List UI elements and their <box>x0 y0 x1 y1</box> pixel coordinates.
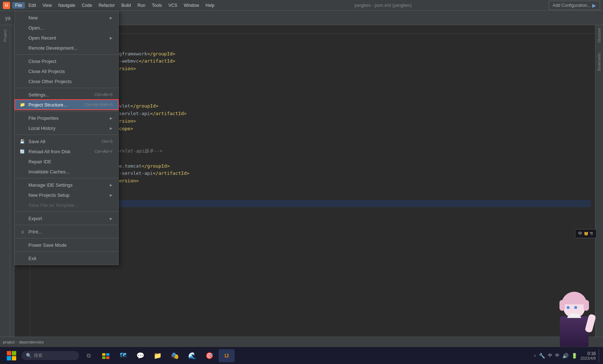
export-icon <box>19 215 26 222</box>
open-recent-icon <box>19 35 26 41</box>
menu-new-label: New <box>28 15 107 21</box>
menu-save-template: Save File as Template... <box>15 200 118 210</box>
right-sidebar: Structure Bookmarks <box>595 25 603 337</box>
menu-close-project[interactable]: Close Project <box>15 56 118 66</box>
svg-rect-3 <box>12 356 16 360</box>
menu-reload-label: Reload All from Disk <box>28 149 87 154</box>
ime-badge: 中 🐱 节 <box>575 229 597 238</box>
menu-close-all-projects[interactable]: Close All Projects <box>15 66 118 76</box>
reload-icon: 🔄 <box>19 148 26 155</box>
menu-refactor[interactable]: Refactor <box>96 2 118 9</box>
menu-close-project-label: Close Project <box>28 59 113 64</box>
menu-navigate[interactable]: Navigate <box>55 2 78 9</box>
svg-rect-0 <box>7 351 11 355</box>
breadcrumb-arrow-status: › <box>16 340 18 344</box>
menu-open-recent[interactable]: Open Recent ▶ <box>15 33 118 43</box>
app-icon: IJ <box>3 2 10 9</box>
menu-project-structure[interactable]: 📁 Project Structure... Ctrl+Alt+Shift+S <box>15 100 118 110</box>
divider-8 <box>15 238 118 238</box>
menu-repair[interactable]: Repair IDE <box>15 156 118 167</box>
menu-tools[interactable]: Tools <box>149 2 165 9</box>
ime-char: 中 <box>578 231 582 237</box>
menu-vcs[interactable]: VCS <box>166 2 180 9</box>
file-props-arrow-icon: ▶ <box>110 116 113 120</box>
menu-remote-dev[interactable]: Remote Development... <box>15 43 118 53</box>
status-bar: project › dependencies <box>0 337 603 347</box>
reload-shortcut: Ctrl+Alt+Y <box>95 149 113 154</box>
menu-export[interactable]: Export ▶ <box>15 213 118 223</box>
power-save-icon <box>19 242 26 248</box>
menu-file[interactable]: File <box>12 2 25 9</box>
export-arrow-icon: ▶ <box>110 217 113 220</box>
menu-local-history[interactable]: Local History ▶ <box>15 123 118 133</box>
menu-file-properties[interactable]: File Properties ▶ <box>15 113 118 123</box>
menu-view[interactable]: View <box>40 2 55 9</box>
menu-power-save[interactable]: Power Save Mode <box>15 240 118 250</box>
taskbar-up-arrow[interactable]: ∧ <box>534 354 536 358</box>
menu-code[interactable]: Code <box>79 2 95 9</box>
task-view-btn[interactable]: ⧉ <box>81 349 96 362</box>
taskbar-edge[interactable]: 🌊 <box>184 349 200 362</box>
menu-close-all-label: Close All Projects <box>28 69 113 74</box>
close-all-icon <box>19 68 26 74</box>
menu-local-history-label: Local History <box>28 126 107 131</box>
divider-3 <box>15 111 118 112</box>
taskbar-intellij[interactable]: IJ <box>219 349 235 362</box>
run-arrow-icon: ▶ <box>592 3 596 8</box>
structure-tab-vertical[interactable]: Structure <box>597 27 602 44</box>
taskbar-app7[interactable]: 🎯 <box>201 349 217 362</box>
taskbar-app5[interactable]: 🎭 <box>167 349 183 362</box>
project-tab-vertical[interactable]: Project <box>1 27 9 45</box>
taskbar-wechat[interactable]: 💬 <box>132 349 148 362</box>
taskbar-explorer[interactable] <box>98 349 114 362</box>
taskbar-battery[interactable]: 🔋 <box>571 353 577 359</box>
remote-dev-icon <box>19 45 26 51</box>
clock[interactable]: 0:16 2023/4/8 <box>580 351 596 360</box>
menu-manage-ide[interactable]: Manage IDE Settings ▶ <box>15 180 118 190</box>
mascot <box>553 296 596 347</box>
breadcrumb-project-status[interactable]: project <box>3 340 15 344</box>
taskbar-network[interactable]: 🔧 <box>539 353 545 359</box>
project-btn[interactable]: ya <box>3 13 13 23</box>
menu-power-save-label: Power Save Mode <box>28 242 113 248</box>
menu-settings[interactable]: Settings... Ctrl+Alt+S <box>15 90 118 100</box>
taskbar-maps[interactable]: 🗺 <box>115 349 131 362</box>
start-button[interactable] <box>3 349 20 362</box>
menu-build[interactable]: Build <box>118 2 134 9</box>
menu-invalidate[interactable]: Invalidate Caches... <box>15 167 118 177</box>
taskbar-lang-input[interactable]: 中 <box>555 352 559 359</box>
show-desktop-btn[interactable] <box>599 349 600 362</box>
bookmarks-tab-vertical[interactable]: Bookmarks <box>597 51 602 72</box>
svg-rect-2 <box>7 356 11 360</box>
search-bar[interactable]: 🔍 搜索 <box>22 351 79 360</box>
divider-9 <box>15 251 118 252</box>
menu-new[interactable]: New ▶ <box>15 13 118 23</box>
menu-window[interactable]: Window <box>181 2 202 9</box>
menu-export-label: Export <box>28 216 107 221</box>
divider-7 <box>15 225 118 225</box>
menu-save-all[interactable]: 💾 Save All Ctrl+S <box>15 136 118 146</box>
save-all-icon: 💾 <box>19 138 26 145</box>
menu-new-projects-setup[interactable]: New Projects Setup ▶ <box>15 190 118 200</box>
divider-4 <box>15 135 118 135</box>
taskbar-files[interactable]: 📁 <box>150 349 166 362</box>
file-props-icon <box>19 115 26 121</box>
menu-exit[interactable]: Exit <box>15 253 118 263</box>
taskbar-volume[interactable]: 🔊 <box>562 353 568 359</box>
menu-reload[interactable]: 🔄 Reload All from Disk Ctrl+Alt+Y <box>15 146 118 156</box>
menu-run[interactable]: Run <box>135 2 148 9</box>
menu-close-other-projects[interactable]: Close Other Projects <box>15 76 118 86</box>
divider-2 <box>15 88 118 88</box>
window-title: yangben - pom.xml (yangben) <box>217 3 549 8</box>
menu-print[interactable]: 🖨 Print... <box>15 227 118 237</box>
menu-bar: File Edit View Navigate Code Refactor Bu… <box>12 2 217 9</box>
menu-open-label: Open... <box>28 25 113 31</box>
menu-invalidate-label: Invalidate Caches... <box>28 169 113 174</box>
add-configuration-button[interactable]: Add Configuration... ▶ <box>549 1 600 10</box>
taskbar-lang-ch[interactable]: 中 <box>548 352 552 359</box>
menu-edit[interactable]: Edit <box>26 2 39 9</box>
menu-open[interactable]: Open... <box>15 23 118 33</box>
menu-help[interactable]: Help <box>203 2 217 9</box>
breadcrumb-deps-status[interactable]: dependencies <box>19 340 44 344</box>
menu-remote-dev-label: Remote Development... <box>28 45 113 51</box>
